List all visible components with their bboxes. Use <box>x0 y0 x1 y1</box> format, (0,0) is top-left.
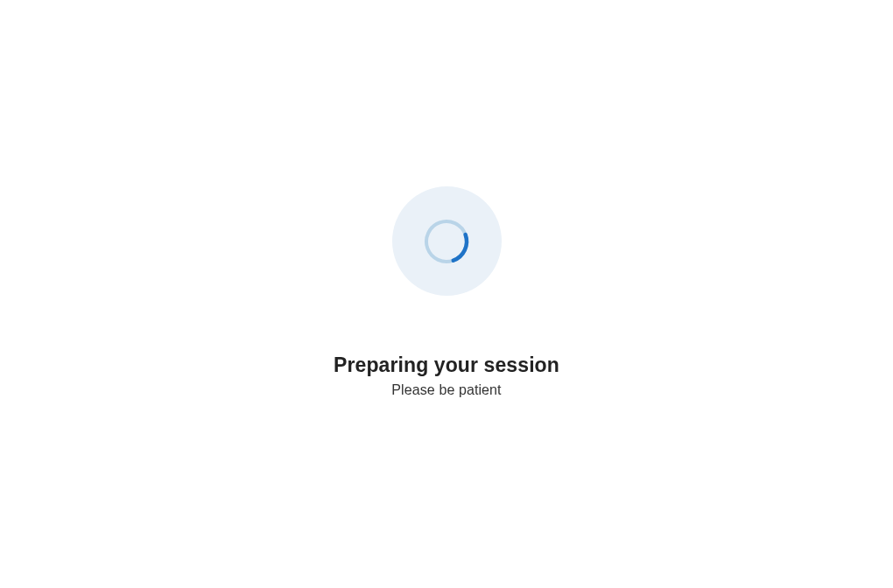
loading-title: Preparing your session <box>334 354 559 377</box>
loading-subtitle: Please be patient <box>391 382 501 398</box>
svg-point-0 <box>421 215 473 267</box>
loading-spinner-container <box>392 186 502 296</box>
loading-spinner-icon <box>424 219 469 264</box>
